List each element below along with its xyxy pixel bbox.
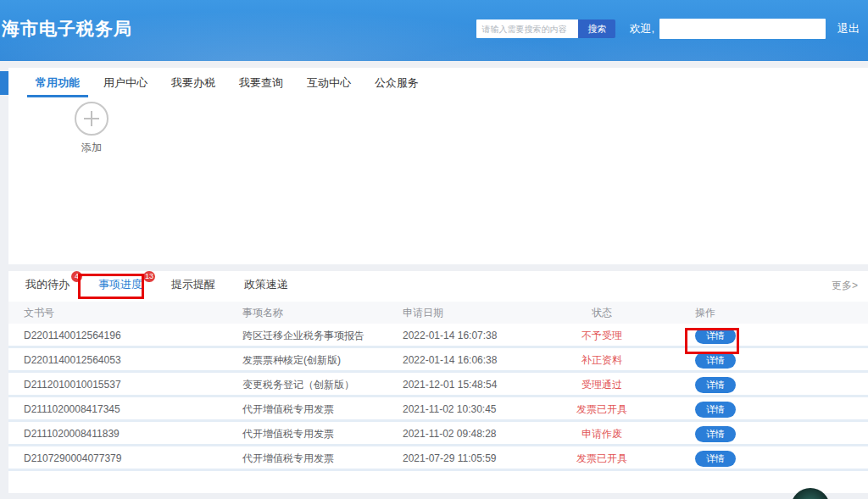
doc-number-cell: D2201140012564196 [8,324,220,346]
apply-date-cell: 2021-07-29 11:05:59 [390,446,534,469]
item-name-cell: 代开增值税专用发票 [220,446,390,469]
functions-card: 常用功能用户中心我要办税我要查询互动中心公众服务 添加 [8,68,868,264]
column-header: 文书号 [8,302,220,324]
detail-button[interactable]: 详情 [695,352,736,369]
table-row: D2111020008417345代开增值税专用发票2021-11-02 10:… [8,397,868,422]
detail-button[interactable]: 详情 [695,402,736,418]
panel-tab-4[interactable]: 政策速递 [244,275,288,294]
more-link[interactable]: 更多> [832,279,858,293]
main-tab-2[interactable]: 用户中心 [93,68,158,97]
status-badge: 发票已开具 [576,452,627,464]
progress-card: 我的待办4事项进度13提示提醒政策速递更多> 文书号事项名称申请日期状态操作 D… [8,271,868,493]
panel-tab-3[interactable]: 提示提醒 [171,275,215,294]
panel-tab-label: 我的待办 [25,278,70,291]
panel-tab-1[interactable]: 我的待办4 [25,275,70,294]
status-badge: 发票已开具 [576,403,627,415]
status-badge: 补正资料 [581,354,622,366]
main-tab-label: 用户中心 [103,75,147,91]
annotation-box-detail-button [685,328,739,354]
main-tab-label: 互动中心 [307,75,351,91]
table-row: D2111020008411839代开增值税专用发票2021-11-02 09:… [8,422,868,446]
column-header: 状态 [534,302,670,324]
apply-date-cell: 2022-01-14 16:06:38 [390,348,534,370]
search-bar: 搜索 [476,19,615,38]
doc-number-cell: D2111020008417345 [8,397,220,419]
operation-cell: 详情 [670,446,868,469]
logout-button[interactable]: 退出 [837,21,860,36]
status-cell: 发票已开具 [534,397,670,419]
detail-button[interactable]: 详情 [695,377,736,393]
main-tab-5[interactable]: 互动中心 [297,68,361,97]
main-tab-1[interactable]: 常用功能 [25,68,90,97]
main-tab-6[interactable]: 公众服务 [364,68,429,97]
operation-cell: 详情 [670,397,868,419]
main-tab-4[interactable]: 我要查询 [229,68,293,97]
detail-button[interactable]: 详情 [695,426,736,442]
column-header: 操作 [670,302,868,324]
search-input[interactable] [476,19,578,38]
table-row: D2107290004077379代开增值税专用发票2021-07-29 11:… [8,446,868,471]
column-header: 申请日期 [390,302,534,324]
add-function-button[interactable]: 添加 [68,102,115,155]
header: 海市电子税务局 搜索 欢迎, 退出 [0,0,868,61]
apply-date-cell: 2022-01-14 16:07:38 [390,324,534,346]
doc-number-cell: D2112010010015537 [8,373,220,395]
main-tab-label: 公众服务 [375,75,419,91]
status-cell: 补正资料 [534,348,670,370]
status-badge: 申请作废 [581,428,622,440]
doc-number-cell: D2111020008411839 [8,422,220,444]
tab-badge: 13 [143,271,155,282]
table-row: D2112010010015537变更税务登记（创新版）2021-12-01 1… [8,373,868,397]
status-cell: 不予受理 [534,324,670,346]
page: 海市电子税务局 搜索 欢迎, 退出 常用功能用户中心我要办税我要查询互动中心公众… [0,0,868,499]
search-button[interactable]: 搜索 [578,19,615,38]
main-nav: 常用功能用户中心我要办税我要查询互动中心公众服务 [8,68,868,97]
status-cell: 发票已开具 [534,446,670,469]
detail-button[interactable]: 详情 [695,451,736,467]
plus-icon[interactable] [75,102,108,136]
apply-date-cell: 2021-11-02 09:48:28 [390,422,534,444]
status-badge: 受理通过 [581,379,622,391]
header-right: 搜索 欢迎, 退出 [476,19,860,39]
table-header-row: 文书号事项名称申请日期状态操作 [8,302,868,324]
status-cell: 申请作废 [534,422,670,444]
main-tab-3[interactable]: 我要办税 [161,68,225,97]
username-box [659,19,826,39]
panel-tab-label: 提示提醒 [171,278,215,291]
item-name-cell: 代开增值税专用发票 [220,397,390,419]
welcome-label: 欢迎, [629,21,654,36]
operation-cell: 详情 [670,373,868,395]
add-label: 添加 [68,141,115,155]
apply-date-cell: 2021-11-02 10:30:45 [390,397,534,419]
column-header: 事项名称 [220,302,390,324]
status-cell: 受理通过 [534,373,670,395]
apply-date-cell: 2021-12-01 15:48:54 [390,373,534,395]
item-name-cell: 跨区迁移企业税务事项报告 [220,324,390,346]
status-badge: 不予受理 [581,330,622,341]
site-title: 海市电子税务局 [2,17,132,41]
main-tab-label: 我要查询 [239,75,283,91]
panel-tab-label: 政策速递 [244,278,288,291]
main-tab-label: 我要办税 [171,75,215,91]
left-accent-bar [0,71,8,95]
item-name-cell: 发票票种核定(创新版) [220,348,390,370]
doc-number-cell: D2201140012564053 [8,348,220,370]
progress-table: 文书号事项名称申请日期状态操作 D2201140012564196跨区迁移企业税… [8,302,868,471]
doc-number-cell: D2107290004077379 [8,446,220,469]
item-name-cell: 变更税务登记（创新版） [220,373,390,395]
item-name-cell: 代开增值税专用发票 [220,422,390,444]
main-tab-label: 常用功能 [36,75,80,91]
operation-cell: 详情 [670,422,868,444]
annotation-box-progress-tab [78,274,144,299]
